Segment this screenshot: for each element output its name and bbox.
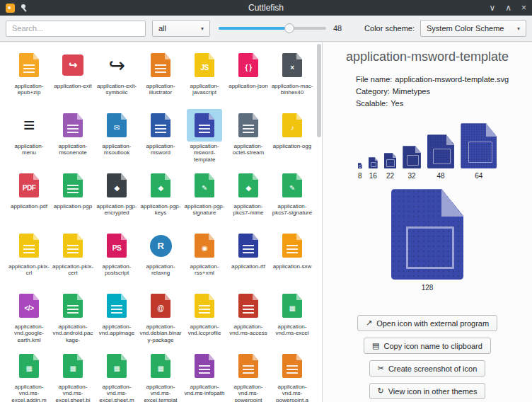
icon-grid-item[interactable]: ◆ application-pkcs7-mime <box>226 169 270 229</box>
icon-grid-item[interactable]: ◆ application-pgp-keys <box>139 169 183 229</box>
icon-grid-item[interactable]: PDF application-pdf <box>7 169 51 229</box>
icon-grid-item[interactable]: JS application-javascript <box>183 49 226 109</box>
icon-grid-item[interactable]: application-sxw <box>270 229 314 289</box>
close-button[interactable]: × <box>521 4 526 12</box>
color-scheme-dropdown[interactable]: System Color Scheme ▾ <box>420 20 526 37</box>
icon-grid-item[interactable]: PS application-postscript <box>95 229 139 289</box>
action-button[interactable]: ✂ Create screenshot of icon <box>369 360 486 377</box>
icon-grid-item[interactable]: </> application-vnd.google-earth.kml <box>7 289 51 350</box>
icon-grid-item[interactable]: application-pgp <box>51 169 95 229</box>
icon-label: application-illustrator <box>139 83 182 96</box>
selected-icon-title: application-msword-template <box>346 50 509 64</box>
icon-grid-item[interactable]: R application-relaxng <box>139 229 183 289</box>
window-controls: ∨ ∧ × <box>489 4 526 12</box>
icon-size-preview: 22 <box>384 153 397 180</box>
maximize-button[interactable]: ∧ <box>505 4 511 12</box>
icon-grid-item[interactable]: ✎ application-pkcs7-signature <box>270 169 314 229</box>
icon-grid-item[interactable]: ▦ application-vnd.ms-excel.addin.m <box>7 350 51 402</box>
search-input[interactable] <box>6 21 146 37</box>
preview-icon <box>461 123 497 168</box>
icon-size-slider[interactable] <box>219 23 326 33</box>
icon-symbol: ✎ <box>289 184 295 192</box>
icon-grid-item[interactable]: application-vnd.ms-powerpoint.a <box>270 350 314 402</box>
icon-symbol: ▦ <box>26 364 33 372</box>
chevron-down-icon: ▾ <box>517 25 520 32</box>
toolbar: all ▾ 48 Color scheme: System Color Sche… <box>0 16 532 42</box>
mimetype-icon <box>195 113 214 137</box>
preview-icon <box>427 134 454 168</box>
icon-grid-item[interactable]: application-pkix-crl <box>7 229 51 289</box>
icon-grid-item[interactable]: application-vnd.android.package- <box>51 289 95 350</box>
icon-grid-item[interactable]: ≡ application-menu <box>7 109 51 169</box>
icon-grid-item[interactable]: application-rtf <box>226 229 270 289</box>
icon-selection-box: ↪ <box>55 49 91 81</box>
icon-grid-item[interactable]: ◆ application-pgp-encrypted <box>95 169 139 229</box>
icon-grid-item[interactable]: @ application-vnd.debian.binary-package <box>139 289 183 350</box>
icon-grid-item[interactable]: application-vnd.iccprofile <box>183 289 226 350</box>
icon-grid-item[interactable]: ↪ application-exit <box>51 49 95 109</box>
mimetype-icon <box>63 234 83 258</box>
mimetype-icon <box>282 354 302 378</box>
icon-grid-item[interactable]: ▦ application-vnd.ms-excel.sheet.bi <box>51 350 95 402</box>
icon-grid-item[interactable]: ◉ application-rss+xml <box>183 229 226 289</box>
pin-icon[interactable] <box>21 4 28 12</box>
icon-symbol: ▦ <box>158 364 164 372</box>
icon-grid-item[interactable]: application-vnd.ms-infopath <box>183 350 226 402</box>
action-button[interactable]: ↻ View icon in other themes <box>369 383 486 399</box>
icon-selection-box: × <box>274 49 310 81</box>
icon-grid-item[interactable]: application-msword-template <box>183 109 226 169</box>
text-lines-decoration <box>199 125 210 134</box>
icon-grid-item[interactable]: application-octet-stream <box>226 109 270 169</box>
icon-grid-item[interactable]: × application-mac-binhex40 <box>270 49 314 109</box>
icon-grid-item[interactable]: { } application-json <box>226 49 270 109</box>
metadata-value: Yes <box>391 99 403 108</box>
icon-label: application-pkcs7-signature <box>271 203 313 217</box>
icon-grid-item[interactable]: ✉ application-msoutlook <box>95 109 139 169</box>
fold-decoration <box>77 294 83 300</box>
preview-icon <box>403 146 421 168</box>
icon-grid-item[interactable]: application-epub+zip <box>7 49 51 109</box>
icon-grid-item[interactable]: ↪ application-exit-symbolic <box>95 49 139 109</box>
fold-decoration <box>121 113 127 120</box>
fold-decoration <box>33 354 39 360</box>
scrollbar-thumb[interactable] <box>317 44 321 137</box>
icon-grid-item[interactable]: application-vnd.ms-powerpoint <box>226 350 270 402</box>
action-button[interactable]: ▤ Copy icon name to clipboard <box>364 338 491 354</box>
icon-grid-item[interactable]: application-illustrator <box>139 49 183 109</box>
slider-handle[interactable] <box>284 23 294 33</box>
preview-size-label: 16 <box>369 172 377 180</box>
mimetype-icon: ◉ <box>195 234 214 258</box>
fold-decoration <box>253 53 258 59</box>
mimetype-icon: ◆ <box>238 173 258 197</box>
icon-label: application-vnd.ms-excel.sheet.m <box>96 384 138 402</box>
icon-grid-item[interactable]: ♪ application-ogg <box>270 109 314 169</box>
fold-decoration <box>165 294 170 300</box>
fold-decoration <box>33 173 39 180</box>
category-dropdown[interactable]: all ▾ <box>152 20 210 37</box>
action-button[interactable]: ↗ Open icon with external program <box>357 315 497 331</box>
mimetype-icon: ▦ <box>151 354 170 378</box>
fold-decoration <box>77 173 83 180</box>
icon-grid-item[interactable]: application-msonenote <box>51 109 95 169</box>
text-lines-decoration <box>67 245 79 254</box>
icon-grid-item[interactable]: ✎ application-pgp-signature <box>183 169 226 229</box>
scrollbar[interactable] <box>316 44 321 401</box>
minimize-button[interactable]: ∨ <box>489 4 495 12</box>
icon-label: application-vnd.ms-excel.templat <box>139 384 182 402</box>
icon-grid-item[interactable]: ▦ application-vnd.ms-excel.templat <box>139 350 183 402</box>
icon-grid-item[interactable]: ▦ application-vnd.ms-excel.sheet.m <box>95 350 139 402</box>
icon-label: application-pkcs7-mime <box>227 203 270 217</box>
preview-icon <box>369 157 378 168</box>
window-titlebar[interactable]: Cuttlefish ∨ ∧ × <box>0 0 532 16</box>
fold-decoration <box>446 134 455 144</box>
icon-grid-item[interactable]: application-vnd.appimage <box>95 289 139 350</box>
icon-grid-item[interactable]: application-msword <box>139 109 183 169</box>
mimetype-icon <box>195 294 214 318</box>
icon-selection-box: ◆ <box>231 169 266 202</box>
icon-grid-item[interactable]: application-pkix-cert <box>51 229 95 289</box>
metadata-label: Category: <box>356 87 390 96</box>
template-frame-decoration <box>433 149 451 165</box>
icon-grid-item[interactable]: ▦ application-vnd.ms-excel <box>270 289 314 350</box>
icon-grid-item[interactable]: application-vnd.ms-access <box>226 289 270 350</box>
icon-selection-box <box>55 169 91 202</box>
